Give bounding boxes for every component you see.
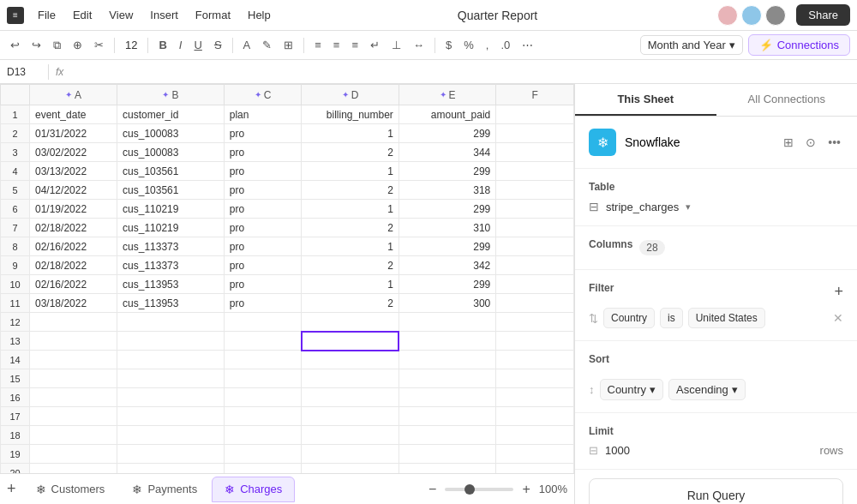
valign-button[interactable]: ⊥: [388, 37, 405, 53]
table-selector[interactable]: ⊟ stripe_charges ▾: [589, 200, 843, 213]
cell-17b[interactable]: [117, 407, 225, 426]
filter-value-tag[interactable]: United States: [688, 308, 765, 328]
cell-13c[interactable]: [224, 332, 302, 351]
cell-5c[interactable]: pro: [224, 181, 302, 200]
cell-19c[interactable]: [224, 445, 302, 464]
tab-payments[interactable]: ❄ Payments: [119, 477, 210, 502]
sort-field-selector[interactable]: Country ▾: [600, 379, 664, 400]
cell-15f[interactable]: [496, 369, 574, 388]
cell-20a[interactable]: [30, 464, 117, 474]
cell-12d[interactable]: [302, 313, 399, 332]
cell-14a[interactable]: [30, 351, 117, 369]
cell-17f[interactable]: [496, 407, 574, 426]
share-button[interactable]: Share: [796, 4, 850, 26]
cell-6f[interactable]: [496, 200, 574, 219]
cell-7d[interactable]: 2: [302, 219, 399, 237]
undo-button[interactable]: ↩: [7, 37, 23, 53]
align-center-button[interactable]: ≡: [330, 37, 344, 53]
col-header-a[interactable]: ✦ A: [30, 85, 117, 105]
cell-5d[interactable]: 2: [302, 181, 399, 200]
cell-13d[interactable]: [302, 332, 399, 351]
cell-7c[interactable]: pro: [224, 219, 302, 237]
cell-17a[interactable]: [30, 407, 117, 426]
redo-button[interactable]: ↪: [28, 37, 45, 53]
cell-12b[interactable]: [117, 313, 225, 332]
cell-9f[interactable]: [496, 256, 574, 275]
cell-11c[interactable]: pro: [224, 294, 302, 313]
comma-button[interactable]: ,: [482, 37, 493, 53]
cell-16d[interactable]: [302, 388, 399, 407]
limit-value[interactable]: 1000: [605, 444, 813, 457]
sort-order-selector[interactable]: Ascending ▾: [668, 379, 746, 400]
menu-help[interactable]: Help: [241, 5, 278, 25]
cell-15b[interactable]: [117, 369, 225, 388]
cell-2f[interactable]: [496, 124, 574, 143]
cell-6b[interactable]: cus_110219: [117, 200, 225, 219]
cell-19e[interactable]: [399, 445, 495, 464]
cut-button[interactable]: ✂: [91, 37, 107, 53]
menu-insert[interactable]: Insert: [143, 5, 185, 25]
cell-13e[interactable]: [399, 332, 495, 351]
cell-11d[interactable]: 2: [302, 294, 399, 313]
cell-7a[interactable]: 02/18/2022: [30, 219, 117, 237]
cell-16a[interactable]: [30, 388, 117, 407]
menu-format[interactable]: Format: [189, 5, 237, 25]
currency-button[interactable]: $: [442, 37, 455, 53]
zoom-slider[interactable]: [445, 488, 513, 491]
underline-button[interactable]: U: [190, 37, 205, 53]
percent-button[interactable]: %: [460, 37, 477, 53]
col-header-d[interactable]: ✦ D: [302, 85, 399, 105]
cell-19f[interactable]: [496, 445, 574, 464]
cell-3b[interactable]: cus_100083: [117, 143, 225, 162]
cell-16f[interactable]: [496, 388, 574, 407]
cell-7e[interactable]: 310: [399, 219, 495, 237]
cell-7f[interactable]: [496, 219, 574, 237]
cell-4b[interactable]: cus_103561: [117, 162, 225, 181]
cell-2a[interactable]: 01/31/2022: [30, 124, 117, 143]
cell-20d[interactable]: [302, 464, 399, 474]
cell-8e[interactable]: 299: [399, 237, 495, 256]
highlight-button[interactable]: ✎: [259, 37, 275, 53]
cell-16c[interactable]: [224, 388, 302, 407]
cell-12e[interactable]: [399, 313, 495, 332]
cell-20f[interactable]: [496, 464, 574, 474]
cell-14e[interactable]: [399, 351, 495, 369]
cell-5e[interactable]: 318: [399, 181, 495, 200]
cell-10c[interactable]: pro: [224, 275, 302, 294]
cell-11e[interactable]: 300: [399, 294, 495, 313]
cell-4c[interactable]: pro: [224, 162, 302, 181]
cell-1a[interactable]: event_date: [30, 105, 117, 124]
cell-1c[interactable]: plan: [224, 105, 302, 124]
cell-15e[interactable]: [399, 369, 495, 388]
cell-14c[interactable]: [224, 351, 302, 369]
overflow-button[interactable]: ↔: [410, 37, 428, 53]
tab-charges[interactable]: ❄ Charges: [212, 477, 295, 502]
cell-5b[interactable]: cus_103561: [117, 181, 225, 200]
grid-container[interactable]: ✦ A ✦ B ✦ C ✦ D ✦ E: [0, 84, 574, 473]
cell-15a[interactable]: [30, 369, 117, 388]
cell-3d[interactable]: 2: [302, 143, 399, 162]
cell-8d[interactable]: 1: [302, 237, 399, 256]
cell-1d[interactable]: billing_number: [302, 105, 399, 124]
cell-8b[interactable]: cus_113373: [117, 237, 225, 256]
text-color-button[interactable]: A: [240, 37, 255, 53]
zoom-in-button[interactable]: +: [518, 482, 533, 497]
bold-button[interactable]: B: [155, 37, 170, 53]
connections-button[interactable]: ⚡ Connections: [748, 34, 850, 56]
cell-10f[interactable]: [496, 275, 574, 294]
cell-20c[interactable]: [224, 464, 302, 474]
zoom-out-button[interactable]: −: [425, 482, 440, 497]
db-grid-button[interactable]: ⊞: [781, 133, 796, 152]
cell-5f[interactable]: [496, 181, 574, 200]
cell-1e[interactable]: amount_paid: [399, 105, 495, 124]
cell-18c[interactable]: [224, 426, 302, 445]
menu-file[interactable]: File: [31, 5, 63, 25]
cell-1b[interactable]: customer_id: [117, 105, 225, 124]
cell-3c[interactable]: pro: [224, 143, 302, 162]
cell-13a[interactable]: [30, 332, 117, 351]
copy-button[interactable]: ⧉: [50, 37, 64, 54]
cell-4d[interactable]: 1: [302, 162, 399, 181]
db-history-button[interactable]: ⊙: [803, 133, 818, 152]
cell-1f[interactable]: [496, 105, 574, 124]
cell-16b[interactable]: [117, 388, 225, 407]
